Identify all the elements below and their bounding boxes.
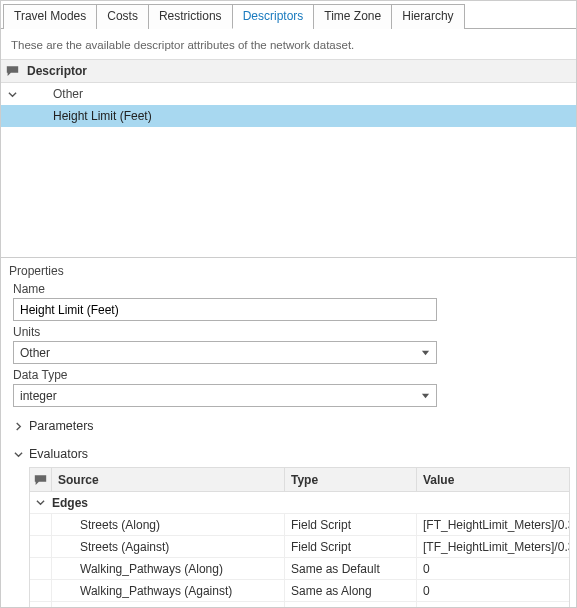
- tree-item-height-limit[interactable]: Height Limit (Feet): [1, 105, 576, 127]
- evaluator-row[interactable]: Streets (Against)Field Script[TF_HeightL…: [30, 536, 569, 558]
- tree-item-label: Height Limit (Feet): [1, 109, 152, 123]
- tab-costs[interactable]: Costs: [96, 4, 149, 29]
- descriptor-header-row: Descriptor: [1, 59, 576, 83]
- tab-time-zone[interactable]: Time Zone: [313, 4, 392, 29]
- parameters-label: Parameters: [29, 419, 94, 433]
- col-header-value[interactable]: Value: [417, 468, 569, 491]
- svg-marker-0: [422, 350, 429, 355]
- row-source: Walking_Pathways (Against): [52, 580, 285, 601]
- row-icon-cell: [30, 536, 52, 557]
- descriptor-header-label: Descriptor: [23, 64, 87, 78]
- row-value: 0: [417, 558, 569, 579]
- evaluator-row[interactable]: Walking_Pathways (Along)Same as Default0: [30, 558, 569, 580]
- evaluators-group-label: Edges: [50, 496, 88, 510]
- chevron-down-icon: [30, 498, 50, 507]
- tree-group-label: Other: [23, 87, 83, 101]
- row-source: Streets (Along): [52, 514, 285, 535]
- row-source: Walking_Pathways (Along): [52, 558, 285, 579]
- row-icon-cell: [30, 558, 52, 579]
- tab-bar: Travel Modes Costs Restrictions Descript…: [1, 1, 576, 29]
- parameters-section-toggle[interactable]: Parameters: [1, 411, 576, 439]
- chevron-down-icon: [11, 450, 25, 459]
- tab-travel-modes[interactable]: Travel Modes: [3, 4, 97, 29]
- info-text: These are the available descriptor attri…: [1, 29, 576, 59]
- tab-descriptors[interactable]: Descriptors: [232, 4, 315, 29]
- name-input[interactable]: [13, 298, 437, 321]
- row-type: Same as Along: [285, 580, 417, 601]
- row-type: Field Script: [285, 536, 417, 557]
- datatype-label: Data Type: [13, 368, 564, 382]
- evaluators-label: Evaluators: [29, 447, 88, 461]
- comment-icon: [1, 65, 23, 77]
- evaluator-row[interactable]: Streets (Along)Field Script[FT_HeightLim…: [30, 514, 569, 536]
- units-dropdown[interactable]: Other: [13, 341, 437, 364]
- properties-section: Properties Name Units Other Data Type in…: [1, 258, 576, 411]
- row-type: Constant: [285, 602, 417, 608]
- datatype-value: integer: [20, 389, 57, 403]
- row-value: [FT_HeightLimit_Meters]/0.3048: [417, 514, 569, 535]
- row-icon-cell: [30, 580, 52, 601]
- row-type: Field Script: [285, 514, 417, 535]
- row-source: <Default>: [52, 602, 285, 608]
- row-icon-cell: [30, 602, 52, 608]
- col-header-source[interactable]: Source: [52, 468, 285, 491]
- units-label: Units: [13, 325, 564, 339]
- datatype-dropdown[interactable]: integer: [13, 384, 437, 407]
- units-value: Other: [20, 346, 50, 360]
- evaluators-section-toggle[interactable]: Evaluators: [1, 439, 576, 467]
- evaluator-row[interactable]: Walking_Pathways (Against)Same as Along0: [30, 580, 569, 602]
- row-value: 0: [417, 602, 569, 608]
- descriptor-tree: Other Height Limit (Feet): [1, 83, 576, 258]
- name-label: Name: [13, 282, 564, 296]
- row-source: Streets (Against): [52, 536, 285, 557]
- tab-hierarchy[interactable]: Hierarchy: [391, 4, 464, 29]
- tree-group-other[interactable]: Other: [1, 83, 576, 105]
- comment-icon: [30, 468, 52, 491]
- evaluators-group-edges[interactable]: Edges: [30, 492, 569, 514]
- tab-restrictions[interactable]: Restrictions: [148, 4, 233, 29]
- row-type: Same as Default: [285, 558, 417, 579]
- properties-title: Properties: [9, 264, 568, 278]
- row-icon-cell: [30, 514, 52, 535]
- evaluators-table-header: Source Type Value: [30, 468, 569, 492]
- chevron-down-icon[interactable]: [1, 90, 23, 99]
- evaluator-row[interactable]: <Default>Constant0: [30, 602, 569, 608]
- evaluators-table: Source Type Value Edges Streets (Along)F…: [29, 467, 570, 608]
- svg-marker-1: [422, 393, 429, 398]
- chevron-right-icon: [11, 422, 25, 431]
- row-value: 0: [417, 580, 569, 601]
- dropdown-arrow-icon: [421, 389, 430, 403]
- col-header-type[interactable]: Type: [285, 468, 417, 491]
- dropdown-arrow-icon: [421, 346, 430, 360]
- row-value: [TF_HeightLimit_Meters]/0.3048: [417, 536, 569, 557]
